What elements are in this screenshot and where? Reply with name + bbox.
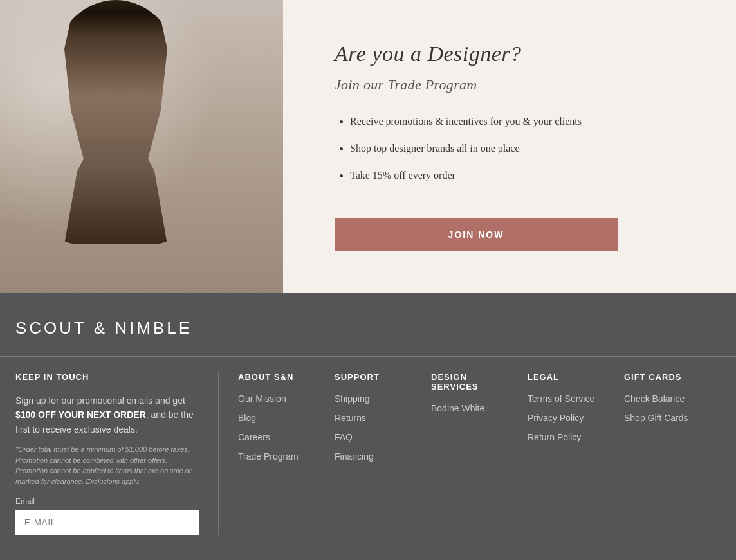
design-services-title: DESIGN SERVICES <box>431 372 515 392</box>
legal-title: LEGAL <box>528 372 611 382</box>
footer-columns: KEEP IN TOUCH Sign up for our promotiona… <box>0 356 736 535</box>
footer-link-careers[interactable]: Careers <box>238 432 322 442</box>
footer-col-design-services: DESIGN SERVICES Bodine White <box>431 372 528 535</box>
footer-link-terms[interactable]: Terms of Service <box>528 393 611 404</box>
support-title: SUPPORT <box>335 372 418 382</box>
footer-col-gift-cards: GIFT CARDS Check Balance Shop Gift Cards <box>624 372 721 535</box>
hero-bullet-2: Shop top designer brands all in one plac… <box>350 141 582 156</box>
hero-subtitle: Join our Trade Program <box>335 77 477 93</box>
footer-col-legal: LEGAL Terms of Service Privacy Policy Re… <box>528 372 624 535</box>
footer-logo: SCOUT & NIMBLE <box>0 318 736 356</box>
email-input[interactable] <box>15 510 199 535</box>
footer-col-keep-in-touch: KEEP IN TOUCH Sign up for our promotiona… <box>15 372 219 535</box>
join-now-button[interactable]: JOIN NOW <box>335 218 618 251</box>
footer-link-financing[interactable]: Financing <box>335 451 418 462</box>
footer-col-support: SUPPORT Shipping Returns FAQ Financing <box>335 372 431 535</box>
footer-link-our-mission[interactable]: Our Mission <box>238 393 322 404</box>
gift-cards-title: GIFT CARDS <box>624 372 708 382</box>
keep-in-touch-fine-print: *Order total must be a minimum of $1,000… <box>15 444 199 487</box>
email-label: Email <box>15 497 199 506</box>
hero-title: Are you a Designer? <box>335 42 522 66</box>
keep-in-touch-text-1: Sign up for our promotional emails and g… <box>15 395 185 406</box>
about-title: ABOUT S&N <box>238 372 322 382</box>
hero-content: Are you a Designer? Join our Trade Progr… <box>283 0 736 293</box>
footer-link-shipping[interactable]: Shipping <box>335 393 418 404</box>
keep-in-touch-highlight: $100 OFF YOUR NEXT ORDER <box>15 410 146 420</box>
keep-in-touch-title: KEEP IN TOUCH <box>15 372 199 382</box>
footer-link-privacy-policy[interactable]: Privacy Policy <box>528 413 611 423</box>
footer-link-blog[interactable]: Blog <box>238 413 322 423</box>
keep-in-touch-text: Sign up for our promotional emails and g… <box>15 393 199 437</box>
footer: SCOUT & NIMBLE KEEP IN TOUCH Sign up for… <box>0 293 736 560</box>
footer-link-returns[interactable]: Returns <box>335 413 418 423</box>
hero-bullets: Receive promotions & incentives for you … <box>335 114 582 195</box>
footer-col-about: ABOUT S&N Our Mission Blog Careers Trade… <box>238 372 335 535</box>
footer-link-check-balance[interactable]: Check Balance <box>624 393 708 404</box>
footer-link-bodine-white[interactable]: Bodine White <box>431 403 515 413</box>
footer-link-return-policy[interactable]: Return Policy <box>528 432 611 442</box>
hero-bullet-1: Receive promotions & incentives for you … <box>350 114 582 129</box>
hero-section: Are you a Designer? Join our Trade Progr… <box>0 0 736 293</box>
footer-link-shop-gift-cards[interactable]: Shop Gift Cards <box>624 413 708 423</box>
footer-link-faq[interactable]: FAQ <box>335 432 418 442</box>
footer-link-trade-program[interactable]: Trade Program <box>238 451 322 462</box>
hero-bullet-3: Take 15% off every order <box>350 168 582 183</box>
hero-image <box>0 0 283 293</box>
